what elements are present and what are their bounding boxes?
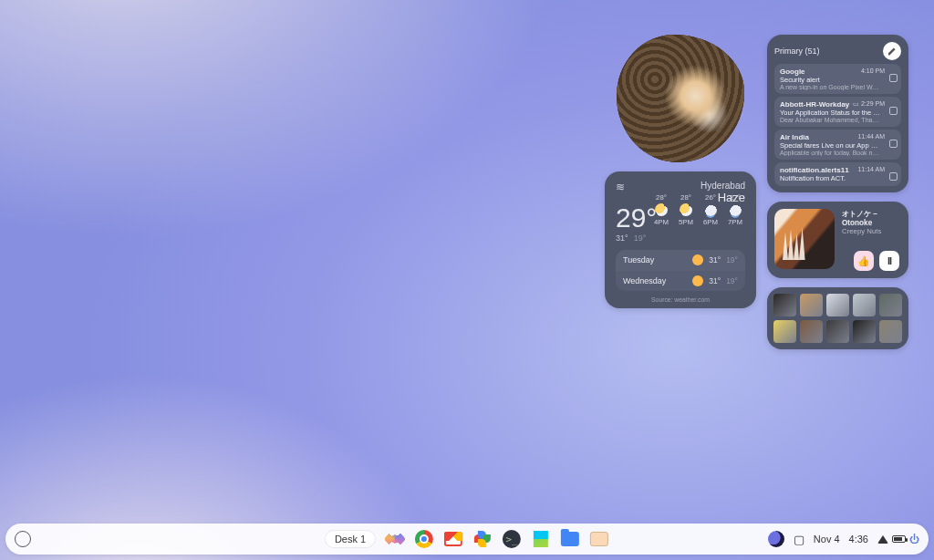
photos-grid-item[interactable] bbox=[879, 294, 902, 316]
mail-item[interactable]: Abbott-HR-WorkdayYour Application Status… bbox=[774, 97, 901, 127]
weather-hour-icon bbox=[729, 203, 742, 216]
weather-hilo: 31°19° bbox=[616, 233, 745, 243]
weather-hour-icon bbox=[680, 203, 692, 216]
music-artist: Creepy Nuts bbox=[842, 227, 901, 235]
weather-widget[interactable]: ≋ Hyderabad Haze 29° 28°4PM28°5PM26°6PM2… bbox=[605, 171, 756, 308]
mail-subject: Notification from ACT. bbox=[780, 174, 880, 182]
photo-blob bbox=[617, 35, 744, 162]
archive-icon[interactable] bbox=[889, 74, 898, 82]
music-title: オトノケ – Otonoke bbox=[842, 209, 901, 227]
weather-hour: 26°6PM bbox=[700, 193, 721, 226]
photos-grid-item[interactable] bbox=[800, 294, 823, 316]
mail-time: ▭2:29 PM bbox=[853, 100, 885, 108]
misc-app-icon[interactable] bbox=[589, 529, 609, 549]
pause-button[interactable]: II bbox=[879, 251, 899, 271]
wifi-icon bbox=[877, 535, 888, 544]
mail-item[interactable]: Air IndiaSpecial fares Live on our App &… bbox=[774, 130, 901, 160]
photos-grid-item[interactable] bbox=[826, 320, 849, 343]
photo-widget[interactable] bbox=[605, 35, 756, 162]
gmail-app-icon[interactable] bbox=[443, 529, 463, 549]
mail-time: 4:10 PM bbox=[861, 67, 885, 74]
pencil-icon bbox=[888, 47, 897, 56]
mail-item[interactable]: GoogleSecurity alertA new sign-in on Goo… bbox=[774, 64, 901, 94]
gmail-list: GoogleSecurity alertA new sign-in on Goo… bbox=[774, 64, 901, 186]
weather-day-icon bbox=[692, 254, 703, 265]
music-widget[interactable]: オトノケ – Otonoke Creepy Nuts 👍 II bbox=[767, 202, 908, 278]
mail-item[interactable]: notification.alerts11Notification from A… bbox=[774, 162, 901, 186]
taskbar: Desk 1 >_ ▢ Nov 4 4:36 ⏻ bbox=[5, 524, 929, 555]
weather-hour-icon bbox=[704, 203, 717, 216]
taskbar-status[interactable]: ▢ Nov 4 4:36 ⏻ bbox=[768, 531, 919, 547]
archive-icon[interactable] bbox=[889, 140, 898, 148]
phone-hub-icon[interactable]: ▢ bbox=[794, 533, 804, 546]
weather-source: Source: weather.com bbox=[616, 296, 745, 303]
chrome-app-icon[interactable] bbox=[414, 529, 434, 549]
ai-app-icon[interactable] bbox=[385, 529, 405, 549]
photos-grid-item[interactable] bbox=[879, 320, 902, 343]
archive-icon[interactable] bbox=[889, 172, 898, 181]
battery-icon bbox=[892, 535, 906, 543]
photos-grid-item[interactable] bbox=[773, 320, 796, 343]
weather-hour: 27°7PM bbox=[725, 193, 745, 226]
like-button[interactable]: 👍 bbox=[854, 251, 874, 271]
files-app-icon[interactable] bbox=[560, 529, 580, 549]
mail-subject: Special fares Live on our App & Websi... bbox=[780, 141, 880, 150]
album-art bbox=[774, 209, 835, 269]
weather-city: Hyderabad bbox=[700, 181, 745, 191]
photos-grid-widget[interactable] bbox=[767, 287, 908, 349]
archive-icon[interactable] bbox=[889, 107, 898, 115]
dnd-icon[interactable] bbox=[768, 531, 784, 547]
photos-grid-item[interactable] bbox=[800, 320, 823, 343]
taskbar-date: Nov 4 bbox=[814, 534, 840, 544]
weather-day-icon bbox=[692, 275, 703, 286]
weather-hour: 28°5PM bbox=[676, 193, 696, 226]
photos-grid-item[interactable] bbox=[773, 294, 796, 316]
haze-icon: ≋ bbox=[616, 181, 625, 193]
playstore-app-icon[interactable] bbox=[531, 529, 551, 549]
weather-hour: 28°4PM bbox=[651, 193, 671, 226]
mail-time: 11:14 AM bbox=[857, 166, 885, 172]
taskbar-time: 4:36 bbox=[849, 534, 868, 544]
taskbar-center: Desk 1 >_ bbox=[325, 529, 609, 549]
compose-button[interactable] bbox=[883, 42, 901, 60]
gmail-widget[interactable]: Primary (51) GoogleSecurity alertA new s… bbox=[767, 35, 908, 192]
power-icon: ⏻ bbox=[909, 534, 919, 544]
mail-subject: Your Application Status for the Position… bbox=[780, 109, 880, 117]
photos-grid-item[interactable] bbox=[853, 294, 876, 316]
terminal-app-icon[interactable]: >_ bbox=[502, 529, 522, 549]
weather-daily: Tuesday31°19°Wednesday31°19° bbox=[616, 250, 745, 291]
desk-label[interactable]: Desk 1 bbox=[325, 530, 376, 548]
mail-preview: A new sign-in on Google Pixel Watch 2 a.… bbox=[780, 84, 880, 90]
photos-app-icon[interactable] bbox=[472, 529, 493, 549]
weather-day: Tuesday31°19° bbox=[616, 250, 745, 270]
weather-hour-icon bbox=[655, 203, 668, 216]
photos-grid-item[interactable] bbox=[853, 320, 876, 343]
gmail-header: Primary (51) bbox=[774, 47, 820, 56]
mail-time: 11:44 AM bbox=[857, 133, 885, 140]
mail-preview: Applicable only for today. Book now. 80.… bbox=[780, 150, 880, 156]
widgets-area: ≋ Hyderabad Haze 29° 28°4PM28°5PM26°6PM2… bbox=[605, 35, 908, 349]
weather-day: Wednesday31°19° bbox=[616, 270, 745, 291]
photos-grid-item[interactable] bbox=[826, 294, 849, 316]
mail-preview: Dear Abubakar Mohammed, Thank you f... bbox=[780, 117, 880, 123]
launcher-button[interactable] bbox=[15, 531, 31, 547]
mail-subject: Security alert bbox=[780, 76, 880, 84]
